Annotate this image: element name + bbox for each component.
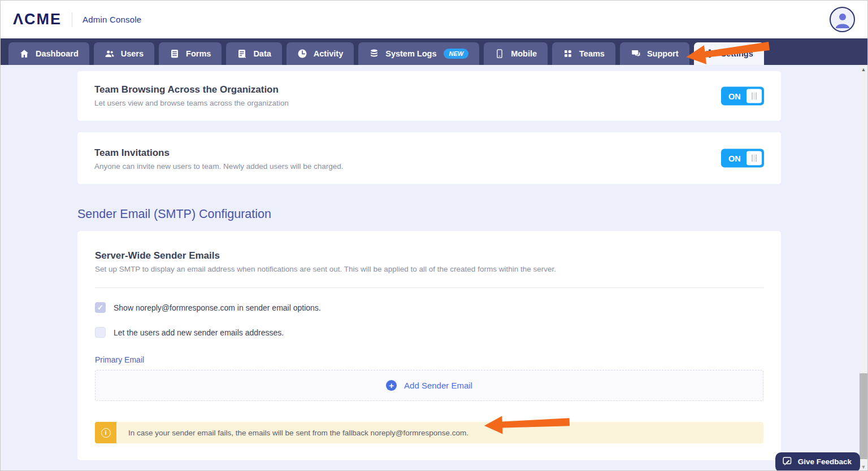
- tab-label: Users: [121, 49, 144, 58]
- tab-data[interactable]: Data: [226, 42, 281, 65]
- tab-dashboard[interactable]: Dashboard: [8, 42, 89, 65]
- tab-label: Activity: [314, 49, 343, 58]
- tab-label: Data: [253, 49, 271, 58]
- tab-settings[interactable]: Settings: [694, 42, 764, 65]
- acme-logo: ΛCME: [13, 11, 62, 28]
- tab-label: Teams: [579, 49, 605, 58]
- users-icon: [105, 49, 115, 59]
- tab-label: Settings: [721, 49, 753, 58]
- smtp-config-card: Server-Wide Sender Emails Set up SMTP to…: [77, 231, 781, 460]
- tab-label: Dashboard: [36, 49, 79, 58]
- chat-bubbles-icon: [631, 49, 641, 59]
- user-avatar[interactable]: [830, 7, 855, 32]
- tab-label: System Logs: [385, 49, 436, 58]
- app-header: ΛCME Admin Console: [1, 1, 867, 38]
- database-icon: [369, 49, 379, 59]
- home-icon: [19, 49, 29, 59]
- tab-system-logs[interactable]: System Logs NEW: [358, 42, 479, 65]
- card-description: Let users view and browse teams across t…: [94, 99, 764, 107]
- checkbox-unchecked-icon[interactable]: [95, 327, 106, 338]
- clock-icon: [297, 49, 307, 59]
- give-feedback-button[interactable]: Give Feedback: [775, 452, 860, 471]
- fallback-warning-banner: i In case your sender email fails, the e…: [95, 422, 763, 443]
- team-shapes-icon: [563, 49, 573, 59]
- add-sender-email-button[interactable]: + Add Sender Email: [95, 370, 763, 401]
- checkbox-checked-icon[interactable]: ✓: [95, 302, 106, 313]
- checkbox-label: Show noreply@formresponse.com in sender …: [114, 303, 321, 312]
- team-browsing-card: Team Browsing Across the Organization Le…: [77, 71, 781, 121]
- tab-activity[interactable]: Activity: [287, 42, 354, 65]
- settings-page: Team Browsing Across the Organization Le…: [1, 65, 867, 471]
- tab-teams[interactable]: Teams: [552, 42, 615, 65]
- tab-support[interactable]: Support: [620, 42, 689, 65]
- vertical-scrollbar[interactable]: ▲ ▼: [860, 65, 867, 471]
- tab-label: Mobile: [511, 49, 537, 58]
- divider: [95, 287, 763, 288]
- allow-new-sender-checkbox-row[interactable]: Let the users add new sender emails addr…: [95, 327, 763, 338]
- tab-label: Support: [647, 49, 679, 58]
- card-title: Team Browsing Across the Organization: [94, 84, 764, 95]
- primary-email-label: Primary Email: [95, 355, 763, 364]
- warning-text: In case your sender email fails, the ema…: [116, 422, 468, 443]
- toggle-on-label: ON: [728, 91, 741, 101]
- plus-circle-icon: +: [386, 380, 397, 391]
- phone-icon: [494, 49, 505, 59]
- feedback-label: Give Feedback: [798, 457, 852, 466]
- show-noreply-checkbox-row[interactable]: ✓ Show noreply@formresponse.com in sende…: [95, 302, 763, 313]
- add-sender-email-label: Add Sender Email: [404, 381, 472, 390]
- new-badge: NEW: [444, 49, 468, 59]
- toggle-knob: [747, 89, 762, 103]
- scroll-down-arrow[interactable]: ▼: [860, 463, 867, 471]
- person-icon: [833, 10, 852, 29]
- toggle-knob: [747, 151, 762, 165]
- tab-users[interactable]: Users: [94, 42, 154, 65]
- tab-forms[interactable]: Forms: [159, 42, 222, 65]
- scrollbar-thumb[interactable]: [860, 373, 867, 459]
- app-title: Admin Console: [83, 15, 141, 24]
- document-search-icon: [237, 49, 247, 59]
- team-browsing-toggle[interactable]: ON: [721, 87, 764, 106]
- team-invitations-toggle[interactable]: ON: [721, 149, 764, 168]
- info-icon: i: [95, 422, 116, 443]
- checkbox-label: Let the users add new sender emails addr…: [114, 328, 284, 337]
- smtp-section-heading: Sender Email (SMTP) Configuration: [77, 207, 781, 221]
- card-description: Set up SMTP to display an email address …: [95, 265, 763, 273]
- scroll-up-arrow[interactable]: ▲: [860, 65, 867, 74]
- card-description: Anyone can invite new users to team. New…: [94, 162, 764, 171]
- tab-mobile[interactable]: Mobile: [484, 42, 548, 65]
- gear-icon: [705, 49, 715, 59]
- tab-label: Forms: [186, 49, 211, 58]
- team-invitations-card: Team Invitations Anyone can invite new u…: [77, 132, 781, 184]
- form-document-icon: [170, 49, 180, 59]
- card-title: Server-Wide Sender Emails: [95, 250, 763, 261]
- toggle-on-label: ON: [728, 154, 741, 163]
- feedback-chat-icon: [783, 457, 793, 466]
- main-navigation: Dashboard Users Forms Data Activity Syst…: [1, 38, 867, 65]
- header-divider: [72, 12, 72, 27]
- card-title: Team Invitations: [94, 147, 764, 159]
